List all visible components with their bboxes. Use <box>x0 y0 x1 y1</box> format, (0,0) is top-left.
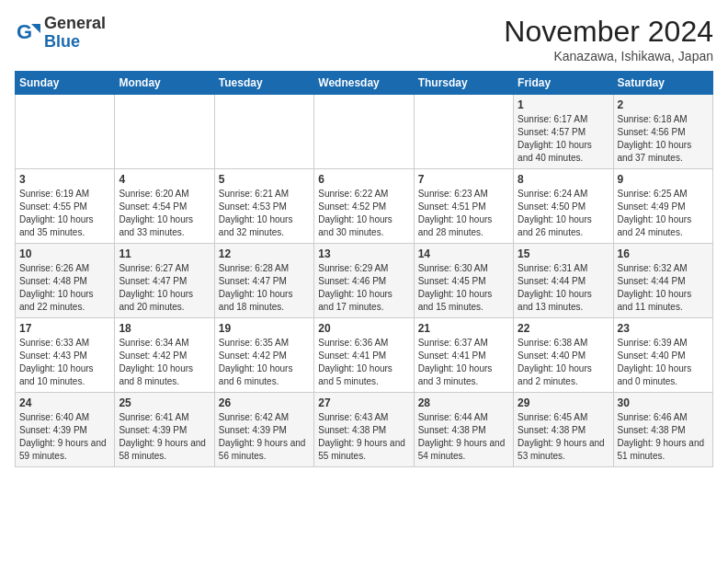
logo-text: General Blue <box>44 15 106 52</box>
calendar-header-cell: Thursday <box>414 72 513 95</box>
calendar-day-cell: 29Sunrise: 6:45 AM Sunset: 4:38 PM Dayli… <box>514 393 613 467</box>
day-info: Sunrise: 6:40 AM Sunset: 4:39 PM Dayligh… <box>19 411 110 463</box>
calendar-day-cell: 30Sunrise: 6:46 AM Sunset: 4:38 PM Dayli… <box>613 393 712 467</box>
calendar-day-cell: 3Sunrise: 6:19 AM Sunset: 4:55 PM Daylig… <box>16 169 115 244</box>
day-info: Sunrise: 6:36 AM Sunset: 4:41 PM Dayligh… <box>318 337 409 388</box>
day-info: Sunrise: 6:38 AM Sunset: 4:40 PM Dayligh… <box>518 337 609 388</box>
day-info: Sunrise: 6:19 AM Sunset: 4:55 PM Dayligh… <box>19 188 110 239</box>
calendar-day-cell: 14Sunrise: 6:30 AM Sunset: 4:45 PM Dayli… <box>414 244 513 318</box>
calendar-day-cell: 7Sunrise: 6:23 AM Sunset: 4:51 PM Daylig… <box>414 169 513 244</box>
day-number: 9 <box>618 173 709 186</box>
day-number: 24 <box>19 396 110 409</box>
logo-line2: Blue <box>44 33 106 52</box>
calendar-day-cell: 27Sunrise: 6:43 AM Sunset: 4:38 PM Dayli… <box>314 393 414 467</box>
logo-line1: General <box>44 15 106 33</box>
day-info: Sunrise: 6:39 AM Sunset: 4:40 PM Dayligh… <box>618 337 709 388</box>
day-number: 4 <box>119 173 210 186</box>
location: Kanazawa, Ishikawa, Japan <box>504 49 713 63</box>
day-number: 29 <box>518 396 609 409</box>
page-header: G General Blue November 2024 Kanazawa, I… <box>15 15 713 63</box>
calendar-day-cell: 25Sunrise: 6:41 AM Sunset: 4:39 PM Dayli… <box>115 393 214 467</box>
svg-text:G: G <box>17 20 32 43</box>
day-info: Sunrise: 6:31 AM Sunset: 4:44 PM Dayligh… <box>518 262 609 314</box>
day-number: 28 <box>418 396 509 409</box>
calendar-header-cell: Monday <box>115 72 214 95</box>
calendar-day-cell: 13Sunrise: 6:29 AM Sunset: 4:46 PM Dayli… <box>314 244 414 318</box>
day-number: 17 <box>19 322 110 335</box>
day-number: 14 <box>418 247 509 260</box>
calendar-day-cell: 2Sunrise: 6:18 AM Sunset: 4:56 PM Daylig… <box>613 95 712 169</box>
calendar-header-row: SundayMondayTuesdayWednesdayThursdayFrid… <box>16 72 713 95</box>
day-info: Sunrise: 6:25 AM Sunset: 4:49 PM Dayligh… <box>618 188 709 239</box>
day-info: Sunrise: 6:42 AM Sunset: 4:39 PM Dayligh… <box>219 411 310 463</box>
calendar-week-row: 3Sunrise: 6:19 AM Sunset: 4:55 PM Daylig… <box>16 169 713 244</box>
day-number: 25 <box>119 396 210 409</box>
day-info: Sunrise: 6:24 AM Sunset: 4:50 PM Dayligh… <box>518 188 609 239</box>
day-info: Sunrise: 6:30 AM Sunset: 4:45 PM Dayligh… <box>418 262 509 314</box>
calendar-header-cell: Friday <box>514 72 613 95</box>
day-info: Sunrise: 6:46 AM Sunset: 4:38 PM Dayligh… <box>618 411 709 463</box>
day-info: Sunrise: 6:34 AM Sunset: 4:42 PM Dayligh… <box>119 337 210 388</box>
day-number: 8 <box>518 173 609 186</box>
calendar-body: 1Sunrise: 6:17 AM Sunset: 4:57 PM Daylig… <box>16 95 713 467</box>
day-info: Sunrise: 6:21 AM Sunset: 4:53 PM Dayligh… <box>219 188 310 239</box>
day-number: 19 <box>219 322 310 335</box>
calendar-table: SundayMondayTuesdayWednesdayThursdayFrid… <box>15 71 713 467</box>
calendar-day-cell: 28Sunrise: 6:44 AM Sunset: 4:38 PM Dayli… <box>414 393 513 467</box>
day-info: Sunrise: 6:18 AM Sunset: 4:56 PM Dayligh… <box>618 113 709 165</box>
calendar-header-cell: Tuesday <box>214 72 313 95</box>
day-info: Sunrise: 6:22 AM Sunset: 4:52 PM Dayligh… <box>318 188 409 239</box>
calendar-day-cell: 20Sunrise: 6:36 AM Sunset: 4:41 PM Dayli… <box>314 318 414 393</box>
calendar-week-row: 1Sunrise: 6:17 AM Sunset: 4:57 PM Daylig… <box>16 95 713 169</box>
day-number: 18 <box>119 322 210 335</box>
day-number: 2 <box>618 98 709 111</box>
month-title: November 2024 <box>504 15 713 49</box>
calendar-day-cell: 23Sunrise: 6:39 AM Sunset: 4:40 PM Dayli… <box>613 318 712 393</box>
calendar-day-cell: 12Sunrise: 6:28 AM Sunset: 4:47 PM Dayli… <box>214 244 313 318</box>
calendar-day-cell: 10Sunrise: 6:26 AM Sunset: 4:48 PM Dayli… <box>16 244 115 318</box>
calendar-day-cell <box>115 95 214 169</box>
day-number: 1 <box>518 98 609 111</box>
day-number: 16 <box>618 247 709 260</box>
calendar-header-cell: Sunday <box>16 72 115 95</box>
day-number: 30 <box>618 396 709 409</box>
day-info: Sunrise: 6:20 AM Sunset: 4:54 PM Dayligh… <box>119 188 210 239</box>
logo: G General Blue <box>15 15 106 52</box>
day-info: Sunrise: 6:29 AM Sunset: 4:46 PM Dayligh… <box>318 262 409 314</box>
day-info: Sunrise: 6:44 AM Sunset: 4:38 PM Dayligh… <box>418 411 509 463</box>
svg-marker-1 <box>31 24 40 33</box>
day-info: Sunrise: 6:37 AM Sunset: 4:41 PM Dayligh… <box>418 337 509 388</box>
calendar-day-cell: 19Sunrise: 6:35 AM Sunset: 4:42 PM Dayli… <box>214 318 313 393</box>
calendar-day-cell: 15Sunrise: 6:31 AM Sunset: 4:44 PM Dayli… <box>514 244 613 318</box>
day-number: 12 <box>219 247 310 260</box>
day-info: Sunrise: 6:28 AM Sunset: 4:47 PM Dayligh… <box>219 262 310 314</box>
calendar-day-cell: 1Sunrise: 6:17 AM Sunset: 4:57 PM Daylig… <box>514 95 613 169</box>
day-number: 3 <box>19 173 110 186</box>
calendar-header-cell: Saturday <box>613 72 712 95</box>
day-number: 22 <box>518 322 609 335</box>
calendar-day-cell: 5Sunrise: 6:21 AM Sunset: 4:53 PM Daylig… <box>214 169 313 244</box>
day-info: Sunrise: 6:41 AM Sunset: 4:39 PM Dayligh… <box>119 411 210 463</box>
calendar-week-row: 24Sunrise: 6:40 AM Sunset: 4:39 PM Dayli… <box>16 393 713 467</box>
calendar-day-cell <box>214 95 313 169</box>
calendar-day-cell: 8Sunrise: 6:24 AM Sunset: 4:50 PM Daylig… <box>514 169 613 244</box>
calendar-day-cell: 17Sunrise: 6:33 AM Sunset: 4:43 PM Dayli… <box>16 318 115 393</box>
day-number: 10 <box>19 247 110 260</box>
day-number: 13 <box>318 247 409 260</box>
calendar-day-cell: 26Sunrise: 6:42 AM Sunset: 4:39 PM Dayli… <box>214 393 313 467</box>
calendar-day-cell: 24Sunrise: 6:40 AM Sunset: 4:39 PM Dayli… <box>16 393 115 467</box>
day-info: Sunrise: 6:35 AM Sunset: 4:42 PM Dayligh… <box>219 337 310 388</box>
calendar-day-cell: 9Sunrise: 6:25 AM Sunset: 4:49 PM Daylig… <box>613 169 712 244</box>
calendar-day-cell: 11Sunrise: 6:27 AM Sunset: 4:47 PM Dayli… <box>115 244 214 318</box>
calendar-day-cell <box>314 95 414 169</box>
day-info: Sunrise: 6:33 AM Sunset: 4:43 PM Dayligh… <box>19 337 110 388</box>
calendar-week-row: 10Sunrise: 6:26 AM Sunset: 4:48 PM Dayli… <box>16 244 713 318</box>
calendar-day-cell <box>16 95 115 169</box>
logo-icon: G <box>15 20 40 46</box>
day-info: Sunrise: 6:43 AM Sunset: 4:38 PM Dayligh… <box>318 411 409 463</box>
day-info: Sunrise: 6:17 AM Sunset: 4:57 PM Dayligh… <box>518 113 609 165</box>
day-number: 27 <box>318 396 409 409</box>
calendar-day-cell: 21Sunrise: 6:37 AM Sunset: 4:41 PM Dayli… <box>414 318 513 393</box>
day-number: 26 <box>219 396 310 409</box>
day-number: 20 <box>318 322 409 335</box>
